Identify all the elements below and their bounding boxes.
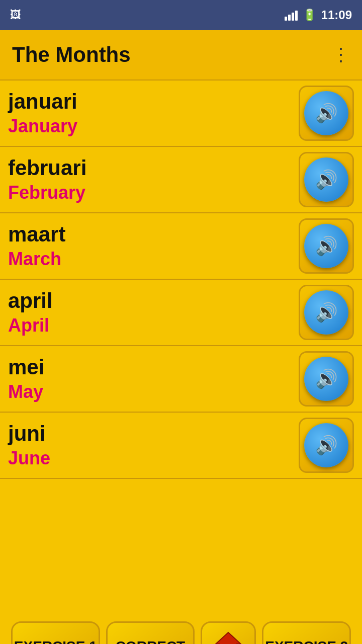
- signal-icon: [285, 10, 298, 21]
- months-list: januari January 🔊 februari February 🔊 ma…: [0, 80, 362, 553]
- status-right: 🔋 11:09: [285, 8, 352, 22]
- exercise2-button[interactable]: EXERCISE 2: [262, 621, 351, 644]
- svg-marker-0: [216, 632, 241, 645]
- speaker-icon-2: 🔊: [315, 235, 338, 257]
- month-text-0: januari January: [8, 90, 77, 137]
- month-text-4: mei May: [8, 355, 44, 403]
- speaker-circle-4: 🔊: [304, 357, 348, 401]
- speaker-circle-5: 🔊: [304, 423, 348, 467]
- month-native-3: april: [8, 289, 53, 313]
- home-button[interactable]: [201, 621, 256, 644]
- month-native-0: januari: [8, 90, 77, 114]
- speaker-button-0[interactable]: 🔊: [299, 86, 354, 141]
- speaker-icon-0: 🔊: [315, 103, 338, 124]
- month-row: april April 🔊: [0, 280, 362, 346]
- menu-icon[interactable]: ⋮: [332, 44, 350, 65]
- speaker-circle-0: 🔊: [304, 91, 348, 135]
- month-row: maart March 🔊: [0, 213, 362, 280]
- month-text-1: februari February: [8, 156, 86, 203]
- speaker-button-2[interactable]: 🔊: [299, 218, 354, 274]
- app-title: The Months: [12, 43, 131, 67]
- month-english-0: January: [8, 116, 77, 137]
- status-left: 🖼: [10, 9, 21, 22]
- month-english-1: February: [8, 182, 86, 203]
- bottom-buttons: EXERCISE 1 CORRECT EXERCISE 2: [0, 614, 362, 644]
- month-english-2: March: [8, 249, 65, 270]
- speaker-button-3[interactable]: 🔊: [299, 285, 354, 340]
- month-native-2: maart: [8, 222, 65, 247]
- time-display: 11:09: [321, 8, 352, 22]
- month-english-3: April: [8, 315, 53, 336]
- home-icon: [215, 630, 242, 645]
- speaker-button-4[interactable]: 🔊: [299, 351, 354, 407]
- image-icon: 🖼: [10, 9, 21, 22]
- status-bar: 🖼 🔋 11:09: [0, 0, 362, 30]
- speaker-button-5[interactable]: 🔊: [299, 418, 354, 473]
- month-english-5: June: [8, 448, 50, 469]
- month-row: februari February 🔊: [0, 147, 362, 213]
- month-text-3: april April: [8, 289, 53, 336]
- speaker-icon-3: 🔊: [315, 302, 338, 323]
- speaker-circle-2: 🔊: [304, 224, 348, 268]
- month-row: juni June 🔊: [0, 413, 362, 479]
- exercise1-button[interactable]: EXERCISE 1: [11, 621, 100, 644]
- speaker-icon-4: 🔊: [315, 368, 338, 389]
- month-text-5: juni June: [8, 422, 50, 469]
- month-english-4: May: [8, 381, 44, 403]
- month-native-5: juni: [8, 422, 50, 446]
- speaker-circle-1: 🔊: [304, 157, 348, 202]
- month-row: januari January 🔊: [0, 80, 362, 147]
- speaker-circle-3: 🔊: [304, 290, 348, 335]
- speaker-button-1[interactable]: 🔊: [299, 152, 354, 207]
- speaker-icon-5: 🔊: [315, 435, 338, 456]
- speaker-icon-1: 🔊: [315, 169, 338, 190]
- month-native-1: februari: [8, 156, 86, 180]
- month-text-2: maart March: [8, 222, 65, 270]
- correct-button[interactable]: CORRECT: [106, 621, 195, 644]
- battery-icon: 🔋: [303, 9, 316, 22]
- empty-area: [0, 553, 362, 614]
- app-bar: The Months ⋮: [0, 30, 362, 80]
- month-native-4: mei: [8, 355, 44, 379]
- month-row: mei May 🔊: [0, 346, 362, 413]
